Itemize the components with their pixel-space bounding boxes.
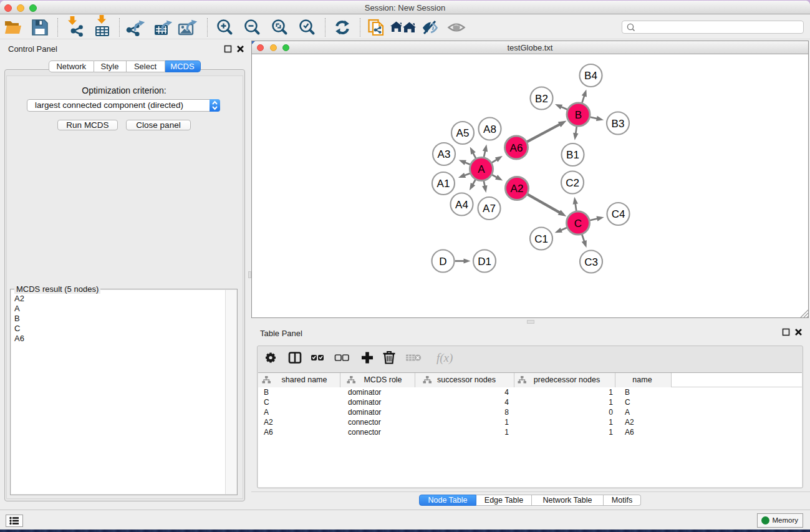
svg-text:B1: B1: [566, 149, 579, 161]
svg-text:A5: A5: [456, 127, 470, 139]
svg-text:B4: B4: [584, 70, 597, 82]
svg-text:A3: A3: [438, 148, 451, 160]
svg-text:C3: C3: [584, 256, 598, 268]
svg-text:D1: D1: [478, 256, 491, 268]
svg-text:B3: B3: [612, 118, 625, 130]
svg-text:f(x): f(x): [436, 351, 453, 365]
svg-text:A2: A2: [511, 183, 524, 195]
svg-text:C1: C1: [534, 233, 548, 245]
svg-text:C2: C2: [566, 177, 579, 189]
svg-text:A4: A4: [455, 199, 468, 211]
svg-text:A7: A7: [483, 203, 496, 215]
svg-text:B: B: [575, 109, 582, 121]
svg-text:A6: A6: [510, 142, 523, 154]
svg-text:D: D: [439, 256, 446, 268]
svg-text:B2: B2: [535, 93, 548, 105]
svg-text:C: C: [574, 218, 582, 230]
svg-text:A: A: [478, 163, 485, 175]
svg-text:C4: C4: [612, 208, 625, 220]
svg-text:A1: A1: [437, 178, 450, 190]
svg-text:A8: A8: [483, 123, 496, 135]
